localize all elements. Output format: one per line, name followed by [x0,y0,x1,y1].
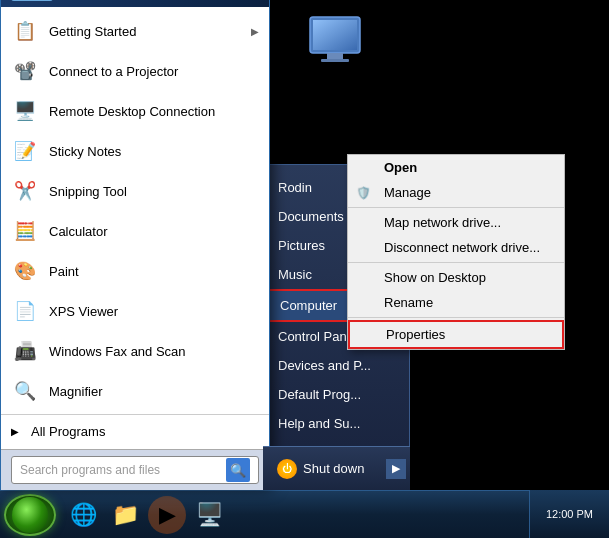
menu-item-remote-desktop[interactable]: 🖥️ Remote Desktop Connection [1,91,269,131]
right-item-help[interactable]: Help and Su... [264,409,409,438]
search-placeholder: Search programs and files [20,463,160,477]
ctx-item-map-drive[interactable]: Map network drive... [348,210,564,235]
svg-rect-2 [313,20,357,50]
menu-item-magnifier[interactable]: 🔍 Magnifier [1,371,269,411]
getting-started-icon: 📋 [11,17,39,45]
shutdown-icon: ⏻ [277,459,297,479]
context-menu: Open Manage Map network drive... Disconn… [347,154,565,350]
menu-item-sticky-notes[interactable]: 📝 Sticky Notes [1,131,269,171]
taskbar-icons: 🌐 📁 ▶ 🖥️ [64,496,228,534]
start-menu: 📋 Getting Started 📽️ Connect to a Projec… [0,0,270,490]
computer-desktop-icon [305,15,365,69]
search-area: Search programs and files 🔍 [1,449,269,490]
ie-taskbar-icon[interactable]: 🌐 [64,496,102,534]
svg-rect-3 [327,53,343,59]
menu-item-xps[interactable]: 📄 XPS Viewer [1,291,269,331]
menu-separator [1,414,269,415]
menu-item-snipping-tool[interactable]: ✂️ Snipping Tool [1,171,269,211]
svg-rect-4 [321,59,349,62]
menu-item-paint[interactable]: 🎨 Paint [1,251,269,291]
taskbar: 🌐 📁 ▶ 🖥️ 12:00 PM [0,490,609,538]
calculator-icon: 🧮 [11,217,39,245]
ctx-item-disconnect-drive[interactable]: Disconnect network drive... [348,235,564,260]
media-player-taskbar-icon[interactable]: ▶ [148,496,186,534]
menu-item-getting-started[interactable]: 📋 Getting Started [1,11,269,51]
ctx-item-manage[interactable]: Manage [348,180,564,205]
projector-icon: 📽️ [11,57,39,85]
remote-desktop-icon: 🖥️ [11,97,39,125]
right-item-default-programs[interactable]: Default Prog... [264,380,409,409]
menu-item-all-programs[interactable]: All Programs [1,418,269,445]
menu-item-projector[interactable]: 📽️ Connect to a Projector [1,51,269,91]
menu-item-calculator[interactable]: 🧮 Calculator [1,211,269,251]
start-orb [12,497,48,533]
xps-icon: 📄 [11,297,39,325]
magnifier-icon: 🔍 [11,377,39,405]
ctx-item-rename[interactable]: Rename [348,290,564,315]
ctx-item-properties[interactable]: Properties [348,320,564,349]
shutdown-section: ⏻ Shut down ▶ [263,446,410,490]
ctx-item-show-desktop[interactable]: Show on Desktop [348,265,564,290]
snipping-tool-icon: ✂️ [11,177,39,205]
fax-scan-icon: 📠 [11,337,39,365]
computer-taskbar-icon[interactable]: 🖥️ [190,496,228,534]
ctx-separator-1 [348,207,564,208]
paint-icon: 🎨 [11,257,39,285]
taskbar-clock: 12:00 PM [529,490,609,538]
ctx-separator-3 [348,317,564,318]
shutdown-arrow-button[interactable]: ▶ [386,459,406,479]
explorer-taskbar-icon[interactable]: 📁 [106,496,144,534]
right-item-devices[interactable]: Devices and P... [264,351,409,380]
menu-item-fax-scan[interactable]: 📠 Windows Fax and Scan [1,331,269,371]
start-button[interactable] [4,494,56,536]
ctx-item-open[interactable]: Open [348,155,564,180]
ctx-separator-2 [348,262,564,263]
sticky-notes-icon: 📝 [11,137,39,165]
search-icon[interactable]: 🔍 [226,458,250,482]
start-menu-header [1,0,269,7]
menu-items-list: 📋 Getting Started 📽️ Connect to a Projec… [1,7,269,449]
search-box[interactable]: Search programs and files 🔍 [11,456,259,484]
shutdown-button[interactable]: ⏻ Shut down [263,453,378,485]
user-avatar [11,0,53,1]
